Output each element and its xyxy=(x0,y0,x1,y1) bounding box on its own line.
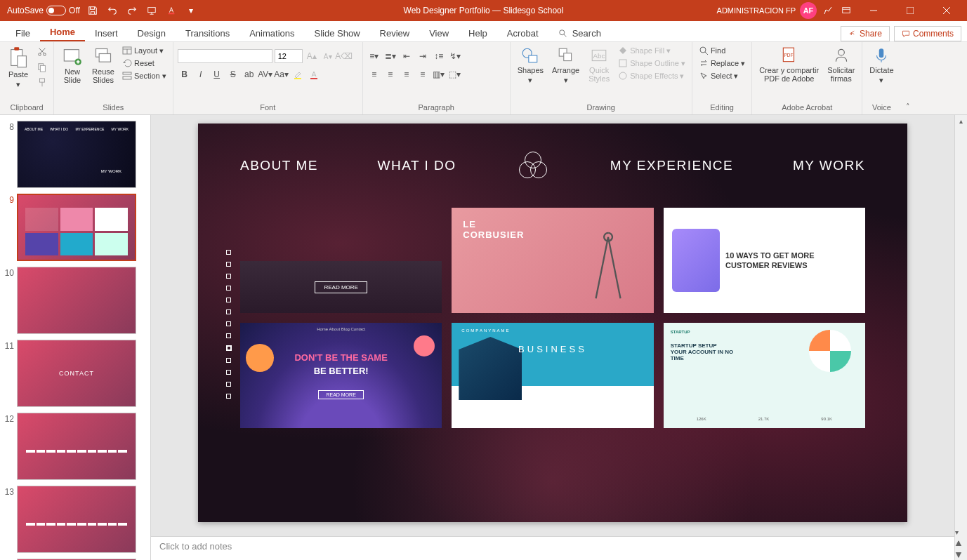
minimize-button[interactable] xyxy=(857,0,890,21)
thumbnail-14[interactable]: 14 xyxy=(0,557,150,560)
scroll-up-icon[interactable]: ▴ xyxy=(955,115,967,126)
bold-button[interactable]: B xyxy=(178,67,192,81)
svg-point-9 xyxy=(44,53,46,56)
dictate-button[interactable]: Dictate▾ xyxy=(867,45,896,86)
close-button[interactable] xyxy=(930,0,963,21)
align-left-button[interactable]: ≡ xyxy=(367,67,381,81)
char-spacing-button[interactable]: AV▾ xyxy=(258,67,272,81)
thumbnail-10[interactable]: 10 xyxy=(0,265,150,338)
tab-slideshow[interactable]: Slide Show xyxy=(304,24,369,41)
shapes-button[interactable]: Shapes▾ xyxy=(515,45,546,86)
tab-help[interactable]: Help xyxy=(459,24,497,41)
vertical-scrollbar[interactable]: ▴ ▾ ⯅ ⯆ xyxy=(954,115,967,560)
highlight-button[interactable] xyxy=(291,67,305,81)
qat-more-icon[interactable]: ▾ xyxy=(184,4,198,18)
building-icon xyxy=(459,337,522,400)
slide-thumb[interactable] xyxy=(17,486,136,553)
paste-button[interactable]: Paste ▾ xyxy=(4,45,32,91)
shape-effects-button[interactable]: Shape Effects ▾ xyxy=(616,70,688,81)
notes-pane[interactable]: Click to add notes xyxy=(151,536,954,560)
save-icon[interactable] xyxy=(86,4,100,18)
user-avatar[interactable]: AF xyxy=(800,2,817,19)
tab-insert[interactable]: Insert xyxy=(85,24,128,41)
arrange-button[interactable]: Arrange▾ xyxy=(549,45,582,86)
share-button[interactable]: Share xyxy=(841,26,890,41)
shape-outline-button[interactable]: Shape Outline ▾ xyxy=(616,58,688,69)
align-right-button[interactable]: ≡ xyxy=(400,67,414,81)
collapse-ribbon-button[interactable]: ˄ xyxy=(901,42,915,114)
text-direction-button[interactable]: ↯▾ xyxy=(448,49,462,63)
create-pdf-button[interactable]: PDF Crear y compartir PDF de Adobe xyxy=(756,45,822,84)
slide-thumb[interactable] xyxy=(17,267,136,334)
slideshow-start-icon[interactable] xyxy=(145,4,159,18)
replace-button[interactable]: Replace ▾ xyxy=(697,58,747,69)
slide-thumb[interactable] xyxy=(17,194,136,261)
tab-view[interactable]: View xyxy=(419,24,459,41)
increase-indent-button[interactable]: ⇥ xyxy=(416,49,430,63)
line-spacing-button[interactable]: ↕≡ xyxy=(432,49,446,63)
align-center-button[interactable]: ≡ xyxy=(383,67,397,81)
tab-acrobat[interactable]: Acrobat xyxy=(497,24,548,41)
increase-font-button[interactable]: A▴ xyxy=(305,49,319,63)
quick-styles-button[interactable]: Abc Quick Styles xyxy=(585,45,613,84)
font-size-combo[interactable] xyxy=(275,49,303,63)
underline-button[interactable]: U xyxy=(210,67,224,81)
smartart-button[interactable]: ⬚▾ xyxy=(448,67,462,81)
scroll-down-icon[interactable]: ▾ xyxy=(955,526,959,538)
bullets-button[interactable]: ≡▾ xyxy=(367,49,381,63)
next-slide-icon[interactable]: ⯆ xyxy=(955,549,962,560)
justify-button[interactable]: ≡ xyxy=(416,67,430,81)
maximize-button[interactable] xyxy=(894,0,926,21)
coming-soon-icon[interactable] xyxy=(821,4,835,18)
clear-format-button[interactable]: A⌫ xyxy=(337,49,351,63)
tab-review[interactable]: Review xyxy=(370,24,420,41)
thumbnail-12[interactable]: 12 xyxy=(0,411,150,484)
columns-button[interactable]: ▥▾ xyxy=(432,67,446,81)
slide-canvas[interactable]: ABOUT ME WHAT I DO MY EXPERIENCE MY WORK… xyxy=(151,115,954,536)
autosave-toggle[interactable]: AutoSave Off xyxy=(7,6,80,15)
search-box[interactable]: Search xyxy=(548,24,611,41)
slide-thumb[interactable]: CONTACT xyxy=(17,340,136,407)
request-signatures-button[interactable]: Solicitar firmas xyxy=(824,45,857,84)
thumbnail-pane[interactable]: 8 ABOUT MEWHAT I DOMY EXPERIENCEMY WORKM… xyxy=(0,115,151,560)
font-color-qat-icon[interactable] xyxy=(164,4,178,18)
new-slide-button[interactable]: New Slide xyxy=(58,45,86,86)
tab-home[interactable]: Home xyxy=(40,22,85,41)
cut-button[interactable] xyxy=(35,45,49,59)
tab-design[interactable]: Design xyxy=(128,24,176,41)
ribbon-display-icon[interactable] xyxy=(839,4,853,18)
comments-button[interactable]: Comments xyxy=(894,26,961,41)
slide[interactable]: ABOUT ME WHAT I DO MY EXPERIENCE MY WORK… xyxy=(198,124,907,522)
font-color-button[interactable] xyxy=(307,67,321,81)
tab-transitions[interactable]: Transitions xyxy=(176,24,239,41)
reset-button[interactable]: Reset xyxy=(120,58,169,69)
thumbnail-9[interactable]: 9 xyxy=(0,192,150,265)
tab-animations[interactable]: Animations xyxy=(239,24,304,41)
format-painter-button[interactable] xyxy=(35,76,49,90)
reuse-slides-button[interactable]: Reuse Slides xyxy=(89,45,117,86)
decrease-indent-button[interactable]: ⇤ xyxy=(400,49,414,63)
thumbnail-8[interactable]: 8 ABOUT MEWHAT I DOMY EXPERIENCEMY WORKM… xyxy=(0,119,150,192)
copy-button[interactable] xyxy=(35,60,49,74)
italic-button[interactable]: I xyxy=(194,67,208,81)
undo-icon[interactable] xyxy=(105,4,119,18)
find-icon xyxy=(699,46,709,55)
thumbnail-13[interactable]: 13 xyxy=(0,484,150,557)
numbering-button[interactable]: ≣▾ xyxy=(383,49,397,63)
prev-slide-icon[interactable]: ⯅ xyxy=(955,538,962,549)
select-button[interactable]: Select ▾ xyxy=(697,70,747,81)
slide-thumb[interactable]: ABOUT MEWHAT I DOMY EXPERIENCEMY WORKMY … xyxy=(17,121,136,188)
shadow-button[interactable]: ab xyxy=(242,67,256,81)
section-button[interactable]: Section ▾ xyxy=(120,70,169,81)
slide-thumb[interactable] xyxy=(17,413,136,480)
change-case-button[interactable]: Aa▾ xyxy=(275,67,289,81)
font-family-combo[interactable] xyxy=(178,49,272,63)
strike-button[interactable]: S xyxy=(226,67,240,81)
tab-file[interactable]: File xyxy=(6,24,40,41)
shape-fill-button[interactable]: Shape Fill ▾ xyxy=(616,45,688,56)
layout-button[interactable]: Layout ▾ xyxy=(120,45,169,56)
redo-icon[interactable] xyxy=(125,4,139,18)
thumbnail-11[interactable]: 11 CONTACT xyxy=(0,338,150,411)
decrease-font-button[interactable]: A▾ xyxy=(321,49,335,63)
find-button[interactable]: Find xyxy=(697,45,747,56)
